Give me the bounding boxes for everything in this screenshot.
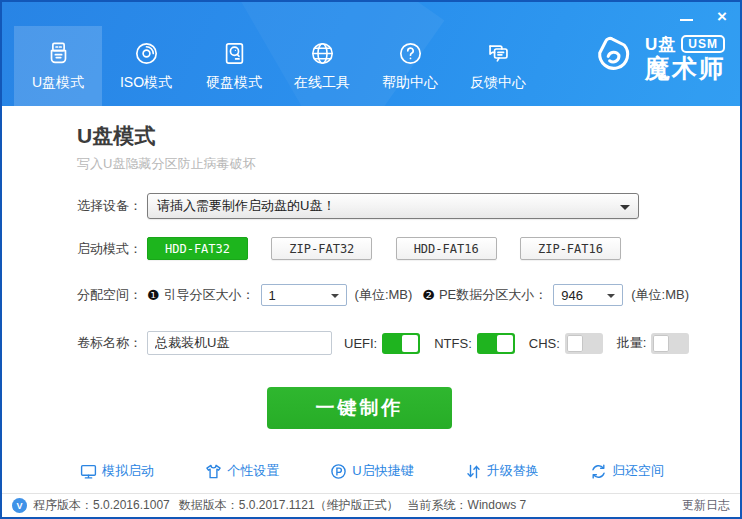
boot-partition-size-value: 1 <box>269 288 276 303</box>
one-key-make-button[interactable]: 一键制作 <box>267 387 452 429</box>
batch-toggle[interactable] <box>651 333 689 354</box>
nav-item-usb-mode[interactable]: U盘模式 <box>14 26 102 106</box>
current-system: 当前系统：Windows 7 <box>408 497 527 514</box>
update-log-link[interactable]: 更新日志 <box>682 497 730 514</box>
page-title: U盘模式 <box>77 122 710 150</box>
volume-label: 卷标名称： <box>77 334 147 352</box>
globe-icon <box>309 40 336 67</box>
status-bar: V 程序版本：5.0.2016.1007 数据版本：5.0.2017.1121（… <box>2 493 740 517</box>
link-label: 个性设置 <box>227 462 279 480</box>
usb-drive-icon <box>45 40 72 67</box>
nav-item-label: 在线工具 <box>294 74 350 92</box>
boot-mode-row: 启动模式： HDD-FAT32 ZIP-FAT32 HDD-FAT16 ZIP-… <box>77 237 710 260</box>
minimize-button[interactable] <box>676 6 696 26</box>
ntfs-toggle-group: NTFS: <box>434 333 515 354</box>
pe-partition-group: ❷ PE数据分区大小： 946 (单位:MB) <box>422 284 699 306</box>
device-select-value: 请插入需要制作启动盘的U盘！ <box>157 197 335 215</box>
header: × U盘模式 <box>2 2 740 106</box>
link-label: 模拟启动 <box>102 462 154 480</box>
link-upgrade-replace[interactable]: 升级替换 <box>465 462 539 480</box>
toggle-knob <box>567 335 583 352</box>
minimize-icon <box>680 19 693 21</box>
pe-partition-size-value: 946 <box>561 288 583 303</box>
allocation-label: 分配空间： <box>77 286 147 304</box>
hotkey-icon <box>330 463 347 480</box>
page-subtitle: 写入U盘隐藏分区防止病毒破坏 <box>77 155 710 173</box>
nav-item-label: U盘模式 <box>32 74 84 92</box>
monitor-icon <box>80 463 97 480</box>
uefi-label: UEFI: <box>344 336 377 351</box>
feedback-icon <box>485 40 512 67</box>
brand-text: U盘 USM 魔术师 <box>645 35 726 81</box>
volume-name-input[interactable] <box>147 331 332 355</box>
uefi-toggle[interactable] <box>382 333 420 354</box>
nav-item-online-tools[interactable]: 在线工具 <box>278 26 366 106</box>
chevron-down-icon <box>607 294 615 298</box>
question-icon <box>397 40 424 67</box>
boot-mode-label: 启动模式： <box>77 240 147 258</box>
footer-links: 模拟启动 个性设置 U启快捷键 <box>80 462 664 480</box>
restore-icon <box>590 463 607 480</box>
nav-item-label: 反馈中心 <box>470 74 526 92</box>
chs-label: CHS: <box>529 336 560 351</box>
make-row: 一键制作 <box>77 387 710 429</box>
toggle-group: UEFI: NTFS: CHS: 批量: <box>344 333 689 354</box>
magic-hand-icon <box>585 28 641 88</box>
link-label: 升级替换 <box>487 462 539 480</box>
boot-partition-group: ❶ 引导分区大小： 1 (单位:MB) <box>147 284 422 306</box>
nav-item-label: 硬盘模式 <box>206 74 262 92</box>
boot-mode-group: HDD-FAT32 ZIP-FAT32 HDD-FAT16 ZIP-FAT16 <box>147 237 621 260</box>
close-button[interactable]: × <box>712 6 732 26</box>
nav-item-label: ISO模式 <box>120 74 172 92</box>
link-personal-settings[interactable]: 个性设置 <box>205 462 279 480</box>
boot-partition-label: 引导分区大小： <box>164 286 255 304</box>
boot-partition-unit: (单位:MB) <box>355 286 413 304</box>
window-controls: × <box>676 6 732 26</box>
nav-bar: U盘模式 ISO模式 <box>14 26 542 106</box>
link-restore-space[interactable]: 归还空间 <box>590 462 664 480</box>
ntfs-label: NTFS: <box>434 336 472 351</box>
boot-partition-size-select[interactable]: 1 <box>261 284 347 306</box>
brand-product: U盘 <box>645 36 676 53</box>
disc-icon <box>133 40 160 67</box>
mode-button-zip-fat16[interactable]: ZIP-FAT16 <box>520 237 621 260</box>
device-row: 选择设备： 请插入需要制作启动盘的U盘！ <box>77 193 710 219</box>
nav-item-label: 帮助中心 <box>382 74 438 92</box>
main-content: U盘模式 写入U盘隐藏分区防止病毒破坏 选择设备： 请插入需要制作启动盘的U盘！… <box>2 106 740 480</box>
link-simulate-boot[interactable]: 模拟启动 <box>80 462 154 480</box>
chevron-down-icon <box>620 205 630 210</box>
nav-item-feedback-center[interactable]: 反馈中心 <box>454 26 542 106</box>
chs-toggle-group: CHS: <box>529 333 603 354</box>
ntfs-toggle[interactable] <box>477 333 515 354</box>
tshirt-icon <box>205 463 222 480</box>
uefi-toggle-group: UEFI: <box>344 333 420 354</box>
link-usb-hotkey[interactable]: U启快捷键 <box>330 462 413 480</box>
data-version: 数据版本：5.0.2017.1121（维护版正式） <box>179 497 399 514</box>
volume-row: 卷标名称： UEFI: NTFS: CHS: 批量: <box>77 331 710 355</box>
pe-partition-unit: (单位:MB) <box>631 286 689 304</box>
allocation-row: 分配空间： ❶ 引导分区大小： 1 (单位:MB) ❷ PE数据分区大小： 94… <box>77 284 710 306</box>
device-label: 选择设备： <box>77 197 147 215</box>
nav-item-iso-mode[interactable]: ISO模式 <box>102 26 190 106</box>
version-badge-icon: V <box>12 498 27 513</box>
brand-logo: U盘 USM 魔术师 <box>585 28 726 88</box>
link-label: U启快捷键 <box>352 462 413 480</box>
device-select[interactable]: 请插入需要制作启动盘的U盘！ <box>147 193 639 219</box>
brand-badge: USM <box>681 35 725 53</box>
app-window: × U盘模式 <box>0 0 742 519</box>
swap-arrows-icon <box>465 463 482 480</box>
mode-button-zip-fat32[interactable]: ZIP-FAT32 <box>271 237 372 260</box>
batch-toggle-group: 批量: <box>617 333 690 354</box>
batch-label: 批量: <box>617 334 647 352</box>
hard-disk-icon <box>221 40 248 67</box>
brand-name: 魔术师 <box>645 56 726 81</box>
toggle-knob <box>497 335 513 352</box>
nav-item-help-center[interactable]: 帮助中心 <box>366 26 454 106</box>
chs-toggle[interactable] <box>565 333 603 354</box>
link-label: 归还空间 <box>612 462 664 480</box>
mode-button-hdd-fat16[interactable]: HDD-FAT16 <box>396 237 497 260</box>
nav-item-harddisk-mode[interactable]: 硬盘模式 <box>190 26 278 106</box>
toggle-knob <box>402 335 418 352</box>
pe-partition-size-select[interactable]: 946 <box>553 284 623 306</box>
mode-button-hdd-fat32[interactable]: HDD-FAT32 <box>147 237 248 260</box>
